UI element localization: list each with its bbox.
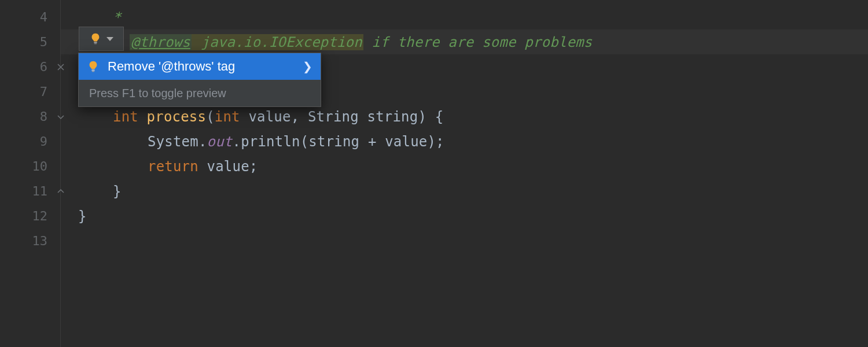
intention-hint: Press F1 to toggle preview bbox=[79, 80, 321, 106]
chevron-down-icon bbox=[106, 37, 113, 41]
chevron-right-icon: ❯ bbox=[303, 60, 312, 73]
line-number[interactable]: 8 bbox=[0, 104, 60, 129]
code-text: } bbox=[78, 208, 87, 224]
intention-action-label: Remove '@throws' tag bbox=[108, 59, 235, 74]
code-line[interactable]: System. out .println(string + value); bbox=[61, 129, 868, 154]
bulb-icon bbox=[87, 60, 100, 73]
code-text: } bbox=[113, 183, 122, 200]
keyword: int bbox=[113, 109, 138, 125]
line-number[interactable]: 12 bbox=[0, 204, 60, 228]
line-number[interactable]: 10 bbox=[0, 154, 60, 179]
code-line[interactable]: } bbox=[61, 179, 868, 204]
code-editor: 4 5 6 7 8 9 10 11 12 13 * bbox=[0, 0, 868, 347]
field-ref: out bbox=[207, 134, 233, 150]
intention-popup: Remove '@throws' tag ❯ Press F1 to toggl… bbox=[78, 53, 321, 107]
line-number[interactable]: 6 bbox=[0, 54, 60, 79]
keyword: return bbox=[148, 158, 198, 175]
code-text: value, String string) { bbox=[240, 109, 444, 125]
code-line[interactable] bbox=[61, 228, 868, 253]
line-number[interactable]: 9 bbox=[0, 129, 60, 154]
code-line[interactable]: return value; bbox=[61, 154, 868, 179]
javadoc-tag-throws[interactable]: @throws bbox=[130, 34, 192, 50]
gutter: 4 5 6 7 8 9 10 11 12 13 bbox=[0, 0, 61, 347]
javadoc-type: java.io.IOException bbox=[192, 34, 363, 50]
svg-rect-2 bbox=[91, 70, 95, 71]
bulb-icon bbox=[89, 32, 102, 45]
code-line[interactable]: int process ( int value, String string) … bbox=[61, 104, 868, 129]
javadoc-text: if there are some problems bbox=[363, 34, 593, 50]
keyword: int bbox=[215, 109, 240, 125]
code-line[interactable]: } bbox=[61, 204, 868, 228]
code-line[interactable]: * bbox=[61, 5, 868, 29]
javadoc-text: * bbox=[113, 9, 122, 25]
intention-action-remove-throws[interactable]: Remove '@throws' tag ❯ bbox=[79, 53, 321, 80]
code-area[interactable]: * * @throws java.io.IOException if there… bbox=[61, 0, 868, 347]
line-number[interactable]: 5 bbox=[0, 29, 60, 54]
svg-rect-1 bbox=[94, 43, 97, 44]
method-name: process bbox=[138, 109, 206, 125]
svg-rect-0 bbox=[94, 42, 97, 43]
code-text: value; bbox=[198, 158, 258, 175]
code-line-current[interactable]: * @throws java.io.IOException if there a… bbox=[61, 29, 868, 54]
line-number[interactable]: 13 bbox=[0, 228, 60, 253]
line-number[interactable]: 4 bbox=[0, 5, 60, 29]
line-number[interactable]: 11 bbox=[0, 179, 60, 204]
code-text: ( bbox=[206, 109, 215, 125]
line-number[interactable]: 7 bbox=[0, 79, 60, 104]
code-text: System. bbox=[148, 134, 207, 150]
intention-bulb-button[interactable] bbox=[79, 27, 124, 51]
svg-rect-3 bbox=[92, 71, 95, 72]
code-text: .println(string + value); bbox=[233, 134, 444, 150]
